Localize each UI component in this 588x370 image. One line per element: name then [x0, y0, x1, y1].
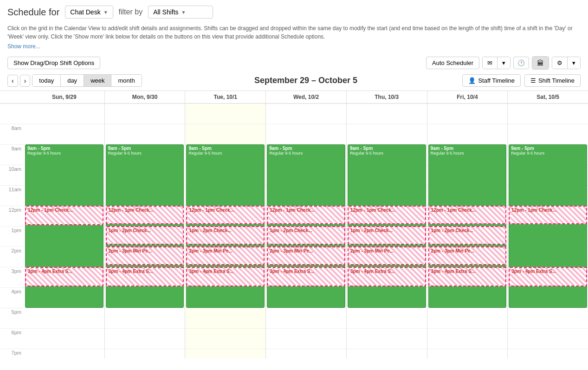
hour-row — [266, 308, 346, 328]
email-icon-button[interactable]: ✉ — [483, 57, 498, 69]
shift-check-mon-1[interactable]: 1pm - 2pm Check... — [106, 226, 184, 245]
next-button[interactable]: › — [20, 75, 31, 87]
hour-row — [347, 328, 427, 349]
day-col-thu[interactable]: 9am - 5pm Regular 9-5 hours 12pm - 1pm C… — [346, 104, 427, 358]
hour-row — [185, 104, 265, 124]
history-icon-button[interactable]: 🏛 — [532, 57, 549, 69]
shift-check-sun-12[interactable]: 12pm - 1pm Check... — [25, 206, 103, 225]
shift-check-fri-1[interactable]: 1pm - 2pm Check... — [428, 226, 507, 245]
time-slot-11: 11am — [0, 185, 24, 206]
shift-timeline-button[interactable]: ☰ Shift Timeline — [524, 74, 581, 87]
history-icon-group: 🏛 — [532, 56, 549, 70]
day-col-tue[interactable]: 9am - 5pm Regular 9-5 hours 12pm - 1pm C… — [185, 104, 265, 358]
shift-check-sat-12[interactable]: 12pm - 1pm Check... — [509, 206, 587, 224]
settings-icon-group: ⚙ ▾ — [552, 57, 581, 69]
hour-row — [24, 308, 104, 328]
shift-check-wed-12[interactable]: 12pm - 1pm Check... — [267, 206, 345, 224]
time-slot-10: 10am — [0, 165, 24, 185]
hour-row — [508, 328, 588, 349]
shift-min-mon-2[interactable]: 2pm - 3pm Min Pe... — [106, 247, 184, 265]
time-slot-15: 3pm — [0, 267, 24, 287]
shift-extra-sun-3-label: 3pm - 4pm Extra S... — [28, 269, 101, 274]
staff-icon: 👤 — [468, 77, 476, 84]
shift-extra-sat-3[interactable]: 3pm - 4pm Extra S... — [509, 267, 587, 286]
day-header-tue: Tue, 10/1 — [185, 91, 265, 103]
clock-icon-button[interactable]: 🕐 — [513, 57, 529, 69]
toolbar-right: Auto Scheduler ✉ ▾ 🕐 🏛 ⚙ ▾ — [426, 56, 581, 70]
shift-min-tue-2[interactable]: 2pm - 3pm Min Pe... — [186, 247, 265, 265]
day-col-wed[interactable]: 9am - 5pm Regular 9-5 hours 12pm - 1pm C… — [265, 104, 346, 358]
hour-row — [24, 104, 104, 124]
shift-extra-mon-3[interactable]: 3pm - 4pm Extra S... — [106, 267, 184, 286]
shift-check-wed-1[interactable]: 1pm - 2pm Check... — [267, 226, 345, 245]
settings-icon-button[interactable]: ⚙ — [552, 57, 568, 69]
hour-row — [266, 328, 346, 349]
time-slot-16: 4pm — [0, 287, 24, 308]
show-more-link[interactable]: Show more... — [7, 43, 40, 50]
shift-min-fri-2[interactable]: 2pm - 3pm Min Pe... — [428, 247, 507, 265]
shift-check-fri-12[interactable]: 12pm - 1pm Check... — [428, 206, 507, 224]
schedule-for-label: Schedule for — [7, 7, 59, 18]
desk-dropdown-arrow: ▼ — [103, 10, 108, 15]
nav-bar: ‹ › today day week month September 29 – … — [0, 72, 588, 87]
hour-row — [347, 308, 427, 328]
nav-right: 👤 Staff Timeline ☰ Shift Timeline — [462, 74, 581, 87]
time-slot-14: 2pm — [0, 247, 24, 267]
show-more-link-wrap: Show more... — [0, 42, 588, 53]
toolbar-left: Show Drag/Drop Shift Options — [7, 57, 100, 69]
shift-check-tue-12[interactable]: 12pm - 1pm Check... — [186, 206, 265, 224]
staff-timeline-button[interactable]: 👤 Staff Timeline — [462, 74, 521, 87]
calendar: Sun, 9/29 Mon, 9/30 Tue, 10/1 Wed, 10/2 … — [0, 91, 588, 358]
desk-dropdown[interactable]: Chat Desk ▼ — [65, 6, 113, 19]
shift-extra-thu-3[interactable]: 3pm - 4pm Extra S... — [348, 267, 426, 286]
cal-body[interactable]: 8am 9am 10am 11am 12pm 1pm 2pm 3pm 4pm 5… — [0, 104, 588, 358]
hour-row — [185, 124, 265, 144]
day-col-mon[interactable]: 9am - 5pm Regular 9-5 hours 12pm - 1pm C… — [104, 104, 185, 358]
settings-dropdown-button[interactable]: ▾ — [568, 57, 580, 69]
shift-extra-tue-3[interactable]: 3pm - 4pm Extra S... — [186, 267, 265, 286]
shift-timeline-label: Shift Timeline — [538, 77, 575, 84]
prev-button[interactable]: ‹ — [7, 75, 18, 87]
hour-row — [347, 104, 427, 124]
shift-check-sun-12-label: 12pm - 1pm Check... — [28, 208, 101, 213]
shift-time-sun: 9am - 5pm — [27, 146, 101, 151]
desk-name: Chat Desk — [70, 8, 100, 16]
day-col-fri[interactable]: 9am - 5pm Regular 9-5 hours 12pm - 1pm C… — [427, 104, 508, 358]
day-col-sat[interactable]: 9am - 5pm Regular 9-5 hours 12pm - 1pm C… — [507, 104, 588, 358]
week-button[interactable]: week — [84, 75, 111, 86]
hour-row — [347, 349, 427, 358]
time-slot-18: 6pm — [0, 328, 24, 349]
shift-min-thu-2[interactable]: 2pm - 3pm Min Pe... — [348, 247, 426, 265]
time-slot-7 — [0, 104, 24, 124]
today-button[interactable]: today — [32, 75, 61, 86]
shift-check-tue-1[interactable]: 1pm - 2pm Check... — [186, 226, 265, 245]
hour-row — [508, 104, 588, 124]
nav-views: today day week month — [32, 74, 142, 87]
filter-by-label: filter by — [119, 8, 143, 16]
shift-min-wed-2[interactable]: 2pm - 3pm Min Pe... — [267, 247, 345, 265]
shift-check-thu-12[interactable]: 12pm - 1pm Check... — [348, 206, 426, 224]
email-dropdown-button[interactable]: ▾ — [498, 57, 510, 69]
filter-dropdown[interactable]: All Shifts ▼ — [148, 6, 213, 19]
cal-header: Sun, 9/29 Mon, 9/30 Tue, 10/1 Wed, 10/2 … — [0, 91, 588, 104]
day-button[interactable]: day — [61, 75, 84, 86]
info-bar: Click on the grid in the Calendar View t… — [0, 22, 588, 42]
shift-check-thu-1[interactable]: 1pm - 2pm Check... — [348, 226, 426, 245]
info-text: Click on the grid in the Calendar View t… — [7, 25, 573, 40]
shift-name-sun: Regular 9-5 hours — [27, 151, 101, 156]
shift-extra-fri-3[interactable]: 3pm - 4pm Extra S... — [428, 267, 507, 286]
month-button[interactable]: month — [111, 75, 141, 86]
drag-drop-button[interactable]: Show Drag/Drop Shift Options — [7, 57, 100, 69]
shift-extra-sun-3[interactable]: 3pm - 4pm Extra S... — [25, 267, 103, 286]
cal-day-headers: Sun, 9/29 Mon, 9/30 Tue, 10/1 Wed, 10/2 … — [24, 91, 588, 103]
shift-check-mon-12[interactable]: 12pm - 1pm Check... — [106, 206, 184, 224]
shift-extra-wed-3[interactable]: 3pm - 4pm Extra S... — [267, 267, 345, 286]
auto-scheduler-button[interactable]: Auto Scheduler — [426, 57, 479, 69]
day-header-wed: Wed, 10/2 — [265, 91, 346, 103]
hour-row — [427, 328, 508, 349]
day-col-sun[interactable]: 9am - 5pm Regular 9-5 hours 12pm - 1pm C… — [24, 104, 104, 358]
day-columns: 9am - 5pm Regular 9-5 hours 12pm - 1pm C… — [24, 104, 588, 358]
hour-row — [105, 308, 185, 328]
day-header-thu: Thu, 10/3 — [346, 91, 427, 103]
hour-row — [105, 349, 185, 358]
